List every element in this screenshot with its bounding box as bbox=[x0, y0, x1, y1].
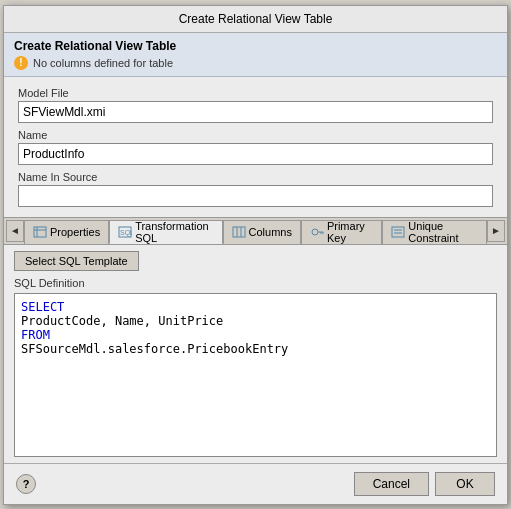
tab-unique-constraint-label: Unique Constraint bbox=[408, 220, 478, 244]
svg-rect-12 bbox=[392, 227, 404, 237]
create-relational-view-table-dialog: Create Relational View Table Create Rela… bbox=[3, 5, 508, 505]
cancel-button[interactable]: Cancel bbox=[354, 472, 429, 496]
name-in-source-field: Name In Source bbox=[18, 171, 493, 207]
warning-row: ! No columns defined for table bbox=[14, 56, 497, 70]
footer-left: ? bbox=[16, 474, 36, 494]
tab-transformation-sql-label: Transformation SQL bbox=[135, 220, 213, 244]
svg-rect-0 bbox=[34, 227, 46, 237]
section-header: Create Relational View Table ! No column… bbox=[4, 33, 507, 77]
name-label: Name bbox=[18, 129, 493, 141]
dialog-title: Create Relational View Table bbox=[179, 12, 333, 26]
sql-line-from-table: SFSourceMdl.salesforce.PricebookEntry bbox=[21, 342, 490, 356]
dialog-footer: ? Cancel OK bbox=[4, 463, 507, 504]
dialog-title-bar: Create Relational View Table bbox=[4, 6, 507, 33]
model-file-field: Model File bbox=[18, 87, 493, 123]
svg-text:SQL: SQL bbox=[120, 229, 132, 237]
sql-line-select-keyword: SELECT bbox=[21, 300, 490, 314]
warning-text: No columns defined for table bbox=[33, 57, 173, 69]
svg-rect-5 bbox=[233, 227, 245, 237]
dialog-body: Create Relational View Table ! No column… bbox=[4, 33, 507, 463]
tabs-prev-button[interactable]: ◄ bbox=[6, 220, 24, 242]
columns-icon bbox=[232, 226, 246, 238]
properties-icon bbox=[33, 226, 47, 238]
sql-definition-label: SQL Definition bbox=[14, 277, 497, 289]
tab-unique-constraint[interactable]: Unique Constraint bbox=[382, 220, 487, 244]
help-button[interactable]: ? bbox=[16, 474, 36, 494]
tab-columns-label: Columns bbox=[249, 226, 292, 238]
svg-point-8 bbox=[312, 229, 318, 235]
constraint-icon bbox=[391, 226, 405, 238]
key-icon bbox=[310, 226, 324, 238]
ok-button[interactable]: OK bbox=[435, 472, 495, 496]
form-area: Model File Name Name In Source bbox=[4, 77, 507, 217]
sql-editor[interactable]: SELECT ProductCode, Name, UnitPrice FROM… bbox=[14, 293, 497, 457]
transformation-sql-panel: Select SQL Template SQL Definition SELEC… bbox=[4, 245, 507, 463]
chevron-right-icon: ► bbox=[491, 225, 501, 236]
sql-icon: SQL bbox=[118, 226, 132, 238]
name-field: Name bbox=[18, 129, 493, 165]
select-sql-template-button[interactable]: Select SQL Template bbox=[14, 251, 139, 271]
tab-transformation-sql[interactable]: SQL Transformation SQL bbox=[109, 220, 222, 244]
footer-right: Cancel OK bbox=[354, 472, 495, 496]
sql-line-from-keyword: FROM bbox=[21, 328, 490, 342]
model-file-input[interactable] bbox=[18, 101, 493, 123]
tab-primary-key-label: Primary Key bbox=[327, 220, 373, 244]
warning-icon: ! bbox=[14, 56, 28, 70]
tab-properties-label: Properties bbox=[50, 226, 100, 238]
chevron-left-icon: ◄ bbox=[10, 225, 20, 236]
name-in-source-label: Name In Source bbox=[18, 171, 493, 183]
name-input[interactable] bbox=[18, 143, 493, 165]
model-file-label: Model File bbox=[18, 87, 493, 99]
name-in-source-input[interactable] bbox=[18, 185, 493, 207]
tabs-next-button[interactable]: ► bbox=[487, 220, 505, 242]
tabs-bar: ◄ Properties SQL Transformation SQL bbox=[4, 217, 507, 245]
tab-columns[interactable]: Columns bbox=[223, 220, 301, 244]
section-header-title: Create Relational View Table bbox=[14, 39, 497, 53]
tab-primary-key[interactable]: Primary Key bbox=[301, 220, 382, 244]
sql-line-select-fields: ProductCode, Name, UnitPrice bbox=[21, 314, 490, 328]
tab-properties[interactable]: Properties bbox=[24, 220, 109, 244]
